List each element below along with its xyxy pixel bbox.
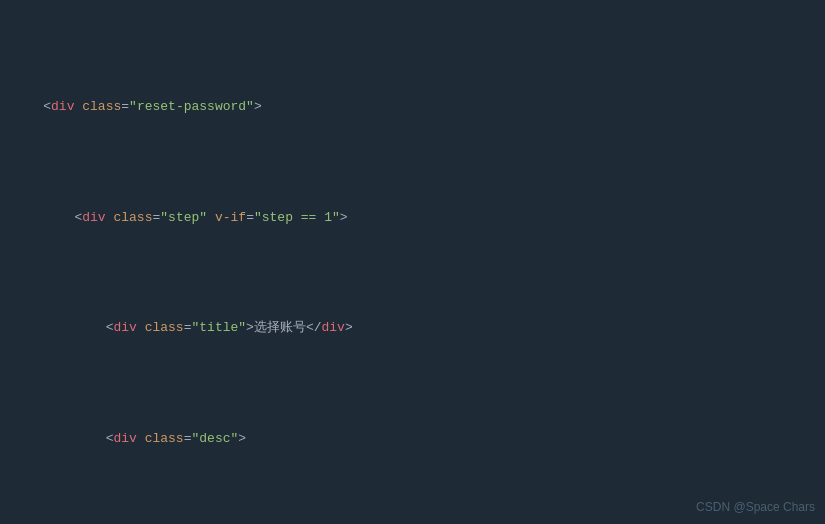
code-line-3: <div class="title">选择账号</div> xyxy=(0,317,825,339)
code-line-2: <div class="step" v-if="step == 1"> xyxy=(0,207,825,229)
code-line-4: <div class="desc"> xyxy=(0,428,825,450)
code-display: <div class="reset-password"> <div class=… xyxy=(0,0,825,524)
code-line-1: <div class="reset-password"> xyxy=(0,96,825,118)
watermark-text: CSDN @Space Chars xyxy=(696,500,815,514)
